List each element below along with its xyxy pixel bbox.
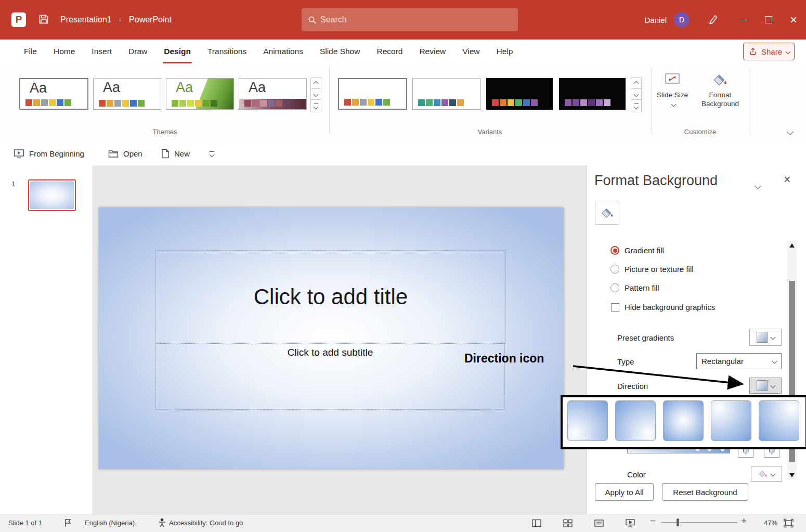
fill-tab-button[interactable] xyxy=(595,201,619,225)
color-dropdown[interactable] xyxy=(751,466,782,482)
normal-view-button[interactable] xyxy=(531,518,542,530)
variants-scroll-up-button[interactable] xyxy=(631,77,642,89)
search-box[interactable]: Search xyxy=(302,8,518,31)
accessibility-status[interactable]: Accessibility: Good to go xyxy=(169,519,243,527)
paint-bucket-icon xyxy=(601,206,614,219)
ribbon-design: Aa Aa Aa Aa xyxy=(0,63,806,142)
share-button[interactable]: Share xyxy=(743,43,795,60)
ribbon-tab-animations[interactable]: Animations xyxy=(255,40,311,63)
reading-view-button[interactable] xyxy=(594,518,604,530)
variant-item-2[interactable] xyxy=(412,78,480,110)
direction-dropdown[interactable] xyxy=(749,378,782,394)
hide-background-graphics-label: Hide background graphics xyxy=(625,303,715,312)
pane-options-chevron-icon[interactable] xyxy=(753,179,762,192)
quickbar-overflow-icon[interactable] xyxy=(210,142,214,165)
pen-icon[interactable] xyxy=(708,14,719,26)
title-bar: P Presentation1 - PowerPoint Search Dani… xyxy=(0,0,806,40)
document-name: Presentation1 xyxy=(60,15,112,24)
ribbon-tab-home[interactable]: Home xyxy=(45,40,83,63)
avatar[interactable]: D xyxy=(674,12,690,28)
ribbon-tab-help[interactable]: Help xyxy=(488,40,522,63)
new-button[interactable]: New xyxy=(161,142,190,165)
gradient-from-top-right-icon[interactable] xyxy=(759,400,799,441)
theme-color-swatch xyxy=(195,100,202,107)
accessibility-icon[interactable] xyxy=(158,518,166,529)
user-name[interactable]: Daniel xyxy=(644,16,667,24)
window-title: Presentation1 - PowerPoint xyxy=(60,0,172,40)
slide-canvas[interactable]: Click to add title Click to add subtitle xyxy=(99,207,564,469)
zoom-level[interactable]: 47% xyxy=(757,519,777,527)
gradient-from-bottom-right-icon[interactable] xyxy=(615,400,656,441)
ribbon-tab-view[interactable]: View xyxy=(454,40,488,63)
pattern-fill-option[interactable]: Pattern fill xyxy=(610,283,659,292)
theme-item-4[interactable]: Aa xyxy=(239,78,307,110)
language-indicator[interactable]: English (Nigeria) xyxy=(85,519,135,527)
format-background-button[interactable]: Format Background xyxy=(699,72,742,109)
variants-more-button[interactable] xyxy=(631,99,642,112)
maximize-button[interactable] xyxy=(756,0,781,40)
scroll-down-icon[interactable] xyxy=(789,473,795,477)
zoom-slider[interactable] xyxy=(661,522,737,523)
from-beginning-button[interactable]: From Beginning xyxy=(14,142,84,165)
collapse-ribbon-icon[interactable] xyxy=(786,125,795,138)
gradient-fill-option[interactable]: Gradient fill xyxy=(610,246,664,255)
minimize-button[interactable] xyxy=(731,0,756,40)
theme-item-1[interactable]: Aa xyxy=(19,78,88,110)
ribbon-tab-design[interactable]: Design xyxy=(155,40,199,63)
group-label-variants: Variants xyxy=(338,128,642,136)
search-placeholder: Search xyxy=(320,15,347,24)
reset-background-button[interactable]: Reset Background xyxy=(662,483,748,501)
theme-color-swatch xyxy=(107,100,113,107)
variant-item-3[interactable] xyxy=(486,78,553,110)
ribbon-tab-file[interactable]: File xyxy=(16,40,45,63)
subtitle-placeholder[interactable]: Click to add subtitle xyxy=(155,343,505,410)
themes-scroll-down-button[interactable] xyxy=(310,88,321,100)
zoom-out-button[interactable]: − xyxy=(650,515,656,527)
format-background-icon xyxy=(712,72,728,87)
spell-check-flag-icon[interactable] xyxy=(63,518,72,529)
zoom-slider-thumb[interactable] xyxy=(677,518,679,526)
slide-sorter-view-button[interactable] xyxy=(563,518,573,530)
slide-thumbnail-panel: 1 xyxy=(0,165,93,514)
app-name: PowerPoint xyxy=(129,15,172,24)
themes-more-button[interactable] xyxy=(310,99,321,112)
title-placeholder[interactable]: Click to add title xyxy=(155,250,506,343)
variant-item-4[interactable] xyxy=(559,78,626,110)
ribbon-tab-draw[interactable]: Draw xyxy=(120,40,155,63)
checkbox-icon[interactable] xyxy=(611,303,619,312)
variant-item-1[interactable] xyxy=(338,78,407,110)
apply-to-all-button[interactable]: Apply to All xyxy=(595,483,654,501)
radio-icon[interactable] xyxy=(610,283,619,292)
preset-gradients-dropdown[interactable] xyxy=(749,329,782,346)
scroll-up-icon[interactable] xyxy=(789,243,795,248)
open-button[interactable]: Open xyxy=(108,142,142,165)
ribbon-tab-slide-show[interactable]: Slide Show xyxy=(311,40,369,63)
slide-thumbnail-1[interactable] xyxy=(28,179,76,211)
ribbon-tab-review[interactable]: Review xyxy=(411,40,454,63)
close-button[interactable]: × xyxy=(781,0,806,40)
picture-texture-fill-option[interactable]: Picture or texture fill xyxy=(610,265,694,274)
powerpoint-logo-icon[interactable]: P xyxy=(11,12,26,27)
ribbon-tab-transitions[interactable]: Transitions xyxy=(199,40,255,63)
fit-slide-to-window-button[interactable] xyxy=(783,518,794,530)
theme-item-2[interactable]: Aa xyxy=(93,78,161,110)
save-icon[interactable] xyxy=(38,14,49,27)
type-dropdown[interactable]: Rectangular xyxy=(696,353,782,369)
radio-selected-icon[interactable] xyxy=(610,246,619,255)
slide-info[interactable]: Slide 1 of 1 xyxy=(8,519,42,527)
variants-scroll-down-button[interactable] xyxy=(631,88,642,100)
gradient-from-top-left-icon[interactable] xyxy=(711,400,751,441)
pane-close-icon[interactable]: × xyxy=(784,173,790,187)
slide-size-button[interactable]: Slide Size xyxy=(656,72,688,109)
theme-item-3[interactable]: Aa xyxy=(166,78,234,110)
radio-icon[interactable] xyxy=(610,265,619,274)
themes-scroll-up-button[interactable] xyxy=(310,77,321,89)
gradient-from-bottom-left-icon[interactable] xyxy=(567,400,608,441)
theme-color-swatch xyxy=(57,99,63,106)
gradient-from-center-icon[interactable] xyxy=(663,400,704,441)
zoom-in-button[interactable]: + xyxy=(741,515,747,527)
slide-show-view-button[interactable] xyxy=(625,518,635,530)
ribbon-tab-insert[interactable]: Insert xyxy=(83,40,120,63)
ribbon-tab-record[interactable]: Record xyxy=(368,40,411,63)
hide-background-graphics-option[interactable]: Hide background graphics xyxy=(611,303,715,312)
